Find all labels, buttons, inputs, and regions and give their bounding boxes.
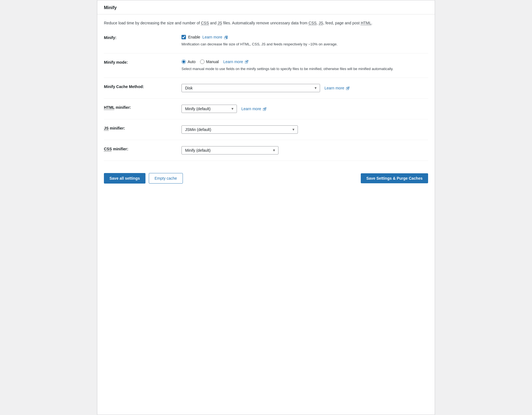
footer-left-buttons: Save all settings Empty cache (104, 173, 183, 184)
minify-mode-learn-more-link[interactable]: Learn more (223, 60, 248, 64)
js-minifier-select-wrapper: JSMin (default) Google Closure Compiler … (181, 125, 298, 134)
html-minifier-control: Minify (default) HTML Tidy None ▼ Learn … (181, 105, 428, 113)
minify-hint: Minification can decrease file size of H… (181, 42, 428, 47)
css-minifier-row: CSS minifier: Minify (default) CSSTidy N… (104, 140, 428, 161)
external-link-icon-cache (346, 87, 349, 90)
minify-label: Minify: (104, 35, 181, 40)
minify-cache-method-learn-more-link[interactable]: Learn more (324, 86, 349, 90)
footer-buttons: Save all settings Empty cache Save Setti… (97, 166, 435, 190)
empty-cache-button[interactable]: Empty cache (149, 173, 183, 184)
minify-mode-control: Auto Manual Learn more (181, 60, 428, 72)
js-minifier-control: JSMin (default) Google Closure Compiler … (181, 125, 428, 134)
css-minifier-select[interactable]: Minify (default) CSSTidy None (181, 146, 278, 154)
js-minifier-select[interactable]: JSMin (default) Google Closure Compiler … (181, 125, 298, 134)
minify-cache-method-row: Minify Cache Method: Disk Database Opcod… (104, 78, 428, 99)
css-minifier-select-wrapper: Minify (default) CSSTidy None ▼ (181, 146, 278, 154)
radio-auto-option: Auto (181, 60, 196, 64)
section-title: Minify (97, 0, 435, 14)
minify-control: Enable Learn more Mini (181, 35, 428, 47)
external-link-icon-html (263, 107, 266, 111)
radio-auto[interactable] (181, 60, 186, 64)
radio-manual-option: Manual (200, 60, 219, 64)
js-minifier-row: JS minifier: JSMin (default) Google Clos… (104, 119, 428, 140)
minify-cache-method-control: Disk Database Opcode: APC Opcode: XCache… (181, 84, 428, 92)
minify-cache-method-select-wrapper: Disk Database Opcode: APC Opcode: XCache… (181, 84, 320, 92)
save-all-settings-button[interactable]: Save all settings (104, 173, 145, 184)
radio-manual-label: Manual (206, 60, 219, 64)
minify-row: Minify: Enable Learn more (104, 29, 428, 53)
html-minifier-select-wrapper: Minify (default) HTML Tidy None ▼ (181, 105, 237, 113)
radio-auto-label: Auto (188, 60, 196, 64)
minify-mode-hint: Select manual mode to use fields on the … (181, 66, 428, 72)
minify-cache-method-select[interactable]: Disk Database Opcode: APC Opcode: XCache (181, 84, 320, 92)
minify-enable-label: Enable (188, 35, 200, 39)
html-minifier-learn-more-link[interactable]: Learn more (241, 107, 266, 111)
minify-checkbox[interactable] (181, 35, 186, 39)
save-settings-purge-caches-button[interactable]: Save Settings & Purge Caches (361, 173, 428, 183)
minify-learn-more-link[interactable]: Learn more (203, 35, 227, 39)
section-description: Reduce load time by decreasing the size … (97, 14, 435, 29)
js-minifier-label: JS minifier: (104, 125, 181, 130)
html-minifier-select[interactable]: Minify (default) HTML Tidy None (181, 105, 237, 113)
radio-manual[interactable] (200, 60, 204, 64)
css-minifier-label: CSS minifier: (104, 146, 181, 151)
html-minifier-label: HTML minifier: (104, 105, 181, 110)
minify-mode-row: Minify mode: Auto Manual Learn more (104, 53, 428, 78)
external-link-icon (224, 36, 227, 39)
css-minifier-control: Minify (default) CSSTidy None ▼ (181, 146, 428, 154)
html-minifier-row: HTML minifier: Minify (default) HTML Tid… (104, 99, 428, 119)
minify-cache-method-label: Minify Cache Method: (104, 84, 181, 89)
external-link-icon-mode (245, 60, 248, 63)
minify-mode-label: Minify mode: (104, 60, 181, 65)
